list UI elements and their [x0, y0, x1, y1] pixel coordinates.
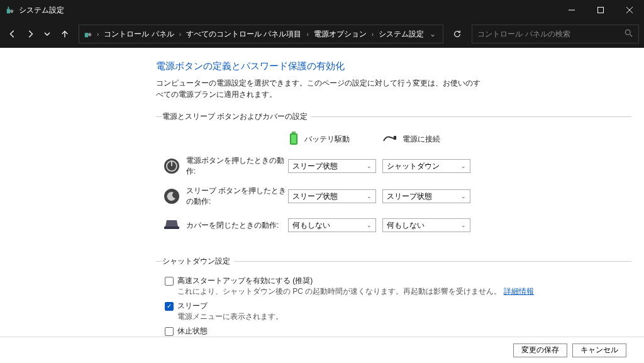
- breadcrumb-item[interactable]: コントロール パネル: [103, 29, 175, 40]
- svg-rect-14: [394, 136, 396, 140]
- svg-point-8: [88, 33, 91, 36]
- details-link[interactable]: 詳細情報: [504, 287, 534, 296]
- up-button[interactable]: [57, 25, 72, 43]
- chevron-down-icon: ⌄: [461, 193, 466, 199]
- fast-startup-checkbox[interactable]: [165, 277, 174, 286]
- svg-rect-4: [598, 8, 604, 13]
- row-label: カバーを閉じたときの動作:: [186, 220, 288, 231]
- sleep-item: スリープ 電源メニューに表示されます。: [162, 301, 631, 322]
- control-panel-icon: [83, 29, 93, 39]
- search-box[interactable]: [472, 25, 639, 43]
- footer-bar: 変更の保存 キャンセル: [0, 337, 644, 363]
- item-description: 電源メニューに表示されます。: [177, 311, 283, 322]
- item-title: スリープ: [177, 301, 283, 311]
- button-cover-settings-group: 電源とスリープ ボタンおよびカバーの設定 バッテリ駆動 電源に接続 電源ボタンを…: [156, 111, 631, 247]
- navbar: › コントロール パネル › すべてのコントロール パネル項目 › 電源オプショ…: [0, 20, 644, 48]
- maximize-button[interactable]: [586, 0, 615, 20]
- power-button-battery-select[interactable]: スリープ状態⌄: [288, 159, 376, 173]
- svg-point-2: [10, 9, 13, 13]
- power-button-ac-select[interactable]: シャットダウン⌄: [382, 159, 470, 173]
- chevron-right-icon: ›: [94, 31, 101, 38]
- sleep-button-battery-select[interactable]: スリープ状態⌄: [288, 189, 376, 203]
- recent-dropdown-button[interactable]: [40, 25, 55, 43]
- chevron-down-icon: ⌄: [461, 222, 466, 228]
- lid-close-row: カバーを閉じたときの動作: 何もしない⌄ 何もしない⌄: [162, 216, 631, 235]
- svg-rect-0: [7, 9, 10, 13]
- refresh-button[interactable]: [448, 25, 465, 43]
- power-button-icon: [162, 157, 181, 176]
- laptop-lid-icon: [162, 216, 181, 235]
- group-legend: 電源とスリープ ボタンおよびカバーの設定: [162, 111, 311, 122]
- page-title: 電源ボタンの定義とパスワード保護の有効化: [156, 60, 631, 72]
- close-button[interactable]: [615, 0, 644, 20]
- sleep-button-ac-select[interactable]: スリープ状態⌄: [382, 189, 470, 203]
- chevron-right-icon: ›: [304, 31, 311, 38]
- lid-ac-select[interactable]: 何もしない⌄: [382, 218, 470, 232]
- sleep-button-icon: [162, 187, 181, 206]
- item-description: これにより、シャットダウン後の PC の起動時間が速くなります。再起動は影響を受…: [177, 286, 534, 297]
- titlebar: システム設定: [0, 0, 644, 20]
- lid-battery-select[interactable]: 何もしない⌄: [288, 218, 376, 232]
- power-button-row: 電源ボタンを押したときの動作: スリープ状態⌄ シャットダウン⌄: [162, 155, 631, 177]
- item-title: 高速スタートアップを有効にする (推奨): [177, 276, 534, 286]
- fast-startup-item: 高速スタートアップを有効にする (推奨) これにより、シャットダウン後の PC …: [162, 276, 631, 297]
- chevron-down-icon: ⌄: [367, 163, 372, 169]
- breadcrumb-item[interactable]: システム設定: [377, 29, 425, 40]
- battery-icon: [288, 131, 299, 148]
- svg-line-10: [630, 34, 633, 36]
- column-header-ac: 電源に接続: [402, 134, 440, 145]
- group-legend: シャットダウン設定: [162, 256, 234, 267]
- forward-button[interactable]: [23, 25, 38, 43]
- plug-icon: [382, 133, 397, 145]
- sleep-button-row: スリープ ボタンを押したときの動作: スリープ状態⌄ スリープ状態⌄: [162, 186, 631, 207]
- svg-point-9: [625, 30, 630, 35]
- svg-rect-19: [164, 226, 179, 229]
- shutdown-settings-group: シャットダウン設定 高速スタートアップを有効にする (推奨) これにより、シャッ…: [156, 256, 631, 337]
- save-button[interactable]: 変更の保存: [513, 343, 567, 357]
- item-title: 休止状態: [177, 326, 283, 337]
- svg-rect-7: [85, 33, 88, 37]
- sleep-checkbox[interactable]: [165, 302, 174, 311]
- svg-rect-1: [8, 7, 9, 9]
- chevron-down-icon[interactable]: ⌄: [426, 30, 439, 38]
- chevron-down-icon: ⌄: [461, 163, 466, 169]
- app-icon: [5, 5, 15, 15]
- hibernate-item: 休止状態 電源メニューに表示されます。: [162, 326, 631, 337]
- hibernate-checkbox[interactable]: [165, 327, 174, 336]
- row-label: 電源ボタンを押したときの動作:: [186, 155, 288, 177]
- chevron-down-icon: ⌄: [367, 222, 372, 228]
- cancel-button[interactable]: キャンセル: [572, 343, 626, 357]
- search-input[interactable]: [477, 30, 625, 38]
- back-button[interactable]: [5, 25, 20, 43]
- svg-rect-13: [291, 135, 296, 143]
- chevron-right-icon: ›: [369, 31, 376, 38]
- page-description: コンピューターの電源設定を選択できます。このページの設定に対して行う変更は、お使…: [156, 77, 483, 100]
- search-icon: [625, 29, 633, 40]
- breadcrumb-item[interactable]: 電源オプション: [313, 29, 368, 40]
- window-title: システム設定: [19, 5, 64, 16]
- column-header-battery: バッテリ駆動: [304, 134, 350, 145]
- breadcrumb-item[interactable]: すべてのコントロール パネル項目: [185, 29, 303, 40]
- content-area: 電源ボタンの定義とパスワード保護の有効化 コンピューターの電源設定を選択できます…: [0, 48, 644, 337]
- address-bar[interactable]: › コントロール パネル › すべてのコントロール パネル項目 › 電源オプショ…: [79, 25, 443, 43]
- chevron-right-icon: ›: [177, 31, 184, 38]
- row-label: スリープ ボタンを押したときの動作:: [186, 186, 288, 207]
- minimize-button[interactable]: [557, 0, 586, 20]
- chevron-down-icon: ⌄: [367, 193, 372, 199]
- svg-rect-11: [292, 131, 296, 133]
